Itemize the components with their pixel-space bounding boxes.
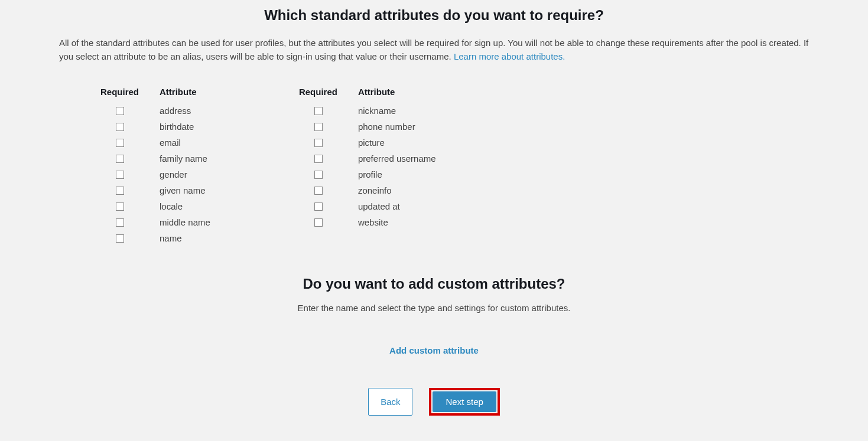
standard-attributes-description: All of the standard attributes can be us… (59, 37, 809, 63)
attributes-column-right: Required Attribute nickname phone number… (299, 87, 436, 246)
family-name-checkbox[interactable] (116, 155, 124, 163)
birthdate-checkbox[interactable] (116, 123, 124, 131)
attribute-label: email (160, 138, 181, 148)
attribute-row: birthdate (100, 119, 210, 135)
attribute-label: family name (160, 153, 207, 164)
attribute-label: phone number (358, 122, 415, 132)
attribute-row: given name (100, 182, 210, 198)
updated-at-checkbox[interactable] (314, 202, 323, 211)
attribute-header: Attribute (358, 87, 395, 97)
gender-checkbox[interactable] (116, 171, 124, 179)
given-name-checkbox[interactable] (116, 187, 124, 195)
attribute-row: email (100, 135, 210, 151)
attribute-row: zoneinfo (299, 182, 436, 198)
attribute-row: locale (100, 198, 210, 214)
attribute-row: gender (100, 166, 210, 182)
attribute-row: address (100, 103, 210, 119)
attributes-column-left: Required Attribute address birthdate ema… (100, 87, 210, 246)
description-text: All of the standard attributes can be us… (59, 38, 808, 61)
attribute-label: birthdate (160, 122, 194, 132)
attribute-label: zoneinfo (358, 185, 392, 195)
attribute-label: name (160, 233, 182, 243)
attribute-row: name (100, 230, 210, 246)
attribute-label: gender (160, 169, 187, 179)
required-header: Required (100, 87, 160, 97)
page-heading-standard-attributes: Which standard attributes do you want to… (59, 7, 809, 24)
address-checkbox[interactable] (116, 107, 124, 115)
page-heading-custom-attributes: Do you want to add custom attributes? (59, 276, 809, 292)
button-row: Back Next step (59, 388, 809, 439)
attribute-row: updated at (299, 198, 436, 214)
attribute-header: Attribute (160, 87, 197, 97)
learn-more-link[interactable]: Learn more about attributes. (454, 51, 565, 61)
attribute-label: picture (358, 138, 385, 148)
profile-checkbox[interactable] (314, 171, 323, 179)
website-checkbox[interactable] (314, 218, 323, 227)
zoneinfo-checkbox[interactable] (314, 187, 323, 195)
column-header: Required Attribute (299, 87, 436, 97)
attribute-row: nickname (299, 103, 436, 119)
attribute-row: picture (299, 135, 436, 151)
attribute-row: preferred username (299, 151, 436, 166)
email-checkbox[interactable] (116, 139, 124, 147)
attributes-columns: Required Attribute address birthdate ema… (100, 87, 809, 246)
attribute-row: profile (299, 166, 436, 182)
attribute-label: website (358, 217, 388, 227)
back-button[interactable]: Back (368, 388, 412, 416)
attribute-label: middle name (160, 217, 210, 227)
attribute-label: nickname (358, 106, 396, 116)
required-header: Required (299, 87, 358, 97)
attribute-label: locale (160, 201, 183, 211)
column-header: Required Attribute (100, 87, 210, 97)
attribute-label: preferred username (358, 153, 436, 164)
next-step-button[interactable]: Next step (433, 391, 496, 412)
phone-number-checkbox[interactable] (314, 123, 323, 131)
attribute-label: updated at (358, 201, 400, 211)
locale-checkbox[interactable] (116, 202, 124, 211)
picture-checkbox[interactable] (314, 139, 323, 147)
custom-attributes-description: Enter the name and select the type and s… (59, 303, 809, 313)
next-step-highlight: Next step (429, 388, 499, 416)
attribute-label: address (160, 106, 191, 116)
attribute-row: middle name (100, 214, 210, 230)
name-checkbox[interactable] (116, 234, 124, 243)
middle-name-checkbox[interactable] (116, 218, 124, 227)
add-custom-attribute-link[interactable]: Add custom attribute (389, 345, 479, 355)
attribute-row: family name (100, 151, 210, 166)
attribute-label: profile (358, 169, 382, 179)
attribute-row: website (299, 214, 436, 230)
preferred-username-checkbox[interactable] (314, 155, 323, 163)
attribute-row: phone number (299, 119, 436, 135)
nickname-checkbox[interactable] (314, 107, 323, 115)
attribute-label: given name (160, 185, 206, 195)
